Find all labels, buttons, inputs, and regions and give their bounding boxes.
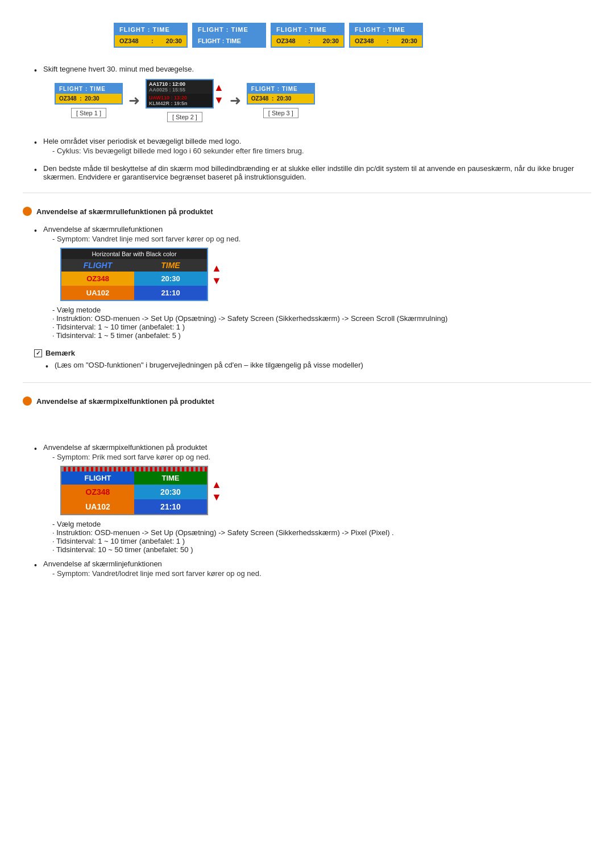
- s1-up-arrow-icon: ▲: [211, 263, 222, 273]
- step2-mid-row: UAW110 : 13:20 KLM42R : 19:5n: [147, 94, 213, 107]
- card-2-header: FLIGHT : TIME: [193, 24, 265, 35]
- s1-bullet-content: Anvendelse af skærmrullefunktionen - Sym…: [43, 225, 591, 340]
- pxt-row-2: UA102 21:10: [61, 499, 207, 514]
- s1-instruction3: · Tidsinterval: 1 ~ 5 timer (anbefalet: …: [52, 331, 591, 340]
- hbar-table: Horizontal Bar with Black color FLIGHT T…: [60, 248, 208, 301]
- s2-bullet2-content: Anvendelse af skærmlinjefunktionen - Sym…: [43, 560, 591, 578]
- flight-card-2: FLIGHT : TIME FLIGHT : TIME: [192, 23, 266, 48]
- step2-side-arrows: ▲ ▼: [214, 82, 224, 105]
- note-bullet: • (Læs om "OSD-funktionen" i brugervejle…: [45, 361, 591, 371]
- step3-card-body: OZ348 : 20:30: [248, 94, 314, 103]
- step-arrow-1: ➜: [128, 93, 140, 108]
- s2-method-label: - Vælg metode: [52, 520, 591, 528]
- section2-spacer: [23, 411, 591, 434]
- bullet3-text: Den bedste måde til beskyttelse af din s…: [43, 164, 574, 181]
- hbt-cell-2-1: UA102: [61, 286, 134, 300]
- flight-card-3: FLIGHT : TIME OZ348 : 20:30: [271, 23, 345, 48]
- card-1-body: OZ348 : 20:30: [115, 35, 186, 47]
- flight-card-1: FLIGHT : TIME OZ348 : 20:30: [114, 23, 188, 48]
- s2-instruction2: · Tidsinterval: 1 ~ 10 timer (anbefalet:…: [52, 537, 591, 545]
- divider-2: [23, 382, 591, 383]
- step1-card: FLIGHT : TIME OZ348 : 20:30: [55, 83, 123, 105]
- step-arrow-2: ➜: [230, 93, 241, 108]
- bullet-dot-2: •: [34, 138, 43, 147]
- note-heading-text: Bemærk: [45, 349, 75, 357]
- bullet2-item: • Hele området viser periodisk et bevæge…: [34, 137, 591, 155]
- note-section: ✓ Bemærk • (Læs om "OSD-funktionen" i br…: [34, 349, 591, 371]
- bullet2-section: • Hele området viser periodisk et bevæge…: [34, 137, 591, 155]
- s2-instruction1: · Instruktion: OSD-menuen -> Set Up (Ops…: [52, 528, 591, 537]
- card-3-body: OZ348 : 20:30: [272, 35, 343, 47]
- s1-bullet-sub: - Symptom: Vandret linje med sort farver…: [52, 235, 591, 243]
- pxt-cell-2-1: UA102: [61, 499, 134, 514]
- s1-method-label: - Vælg metode: [52, 306, 591, 314]
- section2-heading: Anvendelse af skærmpixelfunktionen på pr…: [23, 397, 591, 406]
- s2-bullet-dot: •: [34, 444, 43, 453]
- section2-content: • Anvendelse af skærmpixelfunktionen på …: [34, 443, 591, 578]
- step1-box: FLIGHT : TIME OZ348 : 20:30 [ Step 1 ]: [55, 83, 123, 118]
- hbt-cell-1-2: 20:30: [134, 272, 207, 286]
- step2-wrapper: AA1710 : 12:00 AA0025 : 15:55 UAW110 : 1…: [146, 79, 224, 108]
- hbt-header: Horizontal Bar with Black color: [61, 249, 207, 259]
- s2-bullet-content: Anvendelse af skærmpixelfunktionen på pr…: [43, 443, 591, 554]
- s1-instruction1: · Instruktion: OSD-menuen -> Set Up (Ops…: [52, 314, 591, 323]
- s1-down-arrow-icon: ▼: [211, 276, 222, 286]
- bullet-dot-3: •: [34, 165, 43, 174]
- hbt-cell-2-2: 21:10: [134, 286, 207, 300]
- step2-card: AA1710 : 12:00 AA0025 : 15:55 UAW110 : 1…: [146, 79, 214, 108]
- s2-down-arrow-icon: ▼: [211, 492, 222, 502]
- bullet1-content: Skift tegnene hvert 30. minut med bevæge…: [43, 65, 591, 128]
- hbt-col1-header: FLIGHT: [61, 259, 134, 272]
- checkbox-icon: ✓: [34, 349, 42, 357]
- step2-box: AA1710 : 12:00 AA0025 : 15:55 UAW110 : 1…: [146, 79, 224, 122]
- note-text: (Læs om "OSD-funktionen" i brugervejledn…: [55, 361, 363, 369]
- step1-label: [ Step 1 ]: [71, 108, 106, 118]
- card-4-header: FLIGHT : TIME: [350, 24, 422, 35]
- pixel-table-wrapper: FLIGHT TIME OZ348 20:30 UA102 21:10 ▲ ▼: [43, 461, 591, 520]
- pxt-col1-header: FLIGHT: [61, 471, 134, 485]
- section1-bullet1: • Anvendelse af skærmrullefunktionen - S…: [34, 225, 591, 340]
- s2-bullet2-dot: •: [34, 561, 43, 570]
- card-1-header: FLIGHT : TIME: [115, 24, 186, 35]
- step3-card-header: FLIGHT : TIME: [248, 84, 314, 94]
- bullet3-content: Den bedste måde til beskyttelse af din s…: [43, 164, 591, 181]
- s2-bullet-sub: - Symptom: Prik med sort farve kører op …: [52, 453, 591, 461]
- section2-heading-text: Anvendelse af skærmpixelfunktionen på pr…: [36, 397, 214, 406]
- step3-box: FLIGHT : TIME OZ348 : 20:30 [ Step 3 ]: [247, 83, 315, 118]
- card-2-body: FLIGHT : TIME: [193, 35, 265, 47]
- s2-instruction3: · Tidsinterval: 10 ~ 50 timer (anbefalet…: [52, 545, 591, 554]
- step1-card-header: FLIGHT : TIME: [56, 84, 122, 94]
- step-diagram: FLIGHT : TIME OZ348 : 20:30 [ Step 1 ] ➜…: [55, 79, 591, 122]
- section2-bullet1: • Anvendelse af skærmpixelfunktionen på …: [34, 443, 591, 554]
- bullet1-section: • Skift tegnene hvert 30. minut med bevæ…: [34, 65, 591, 128]
- step3-card: FLIGHT : TIME OZ348 : 20:30: [247, 83, 315, 105]
- step1-card-body: OZ348 : 20:30: [56, 94, 122, 103]
- pxt-cell-1-2: 20:30: [134, 485, 207, 499]
- up-arrow-icon: ▲: [214, 82, 224, 93]
- bullet2-sub: - Cyklus: Vis bevægeligt billede med log…: [52, 147, 591, 155]
- step3-label: [ Step 3 ]: [263, 108, 298, 118]
- pixel-table: FLIGHT TIME OZ348 20:30 UA102 21:10: [60, 466, 208, 515]
- pxt-cell-1-1: OZ348: [61, 485, 134, 499]
- note-header: ✓ Bemærk: [34, 349, 591, 357]
- note-bullet-dot: •: [45, 362, 55, 371]
- orange-circle-2: [23, 397, 32, 406]
- step2-label: [ Step 2 ]: [167, 112, 202, 122]
- pxt-col-headers: FLIGHT TIME: [61, 471, 207, 485]
- flight-card-4: FLIGHT : TIME OZ348 : 20:30: [349, 23, 423, 48]
- s1-instruction2: · Tidsinterval: 1 ~ 10 timer (anbefalet:…: [52, 323, 591, 331]
- pxt-row-1: OZ348 20:30: [61, 485, 207, 499]
- section2-bullet2: • Anvendelse af skærmlinjefunktionen - S…: [34, 560, 591, 578]
- bullet1-text: Skift tegnene hvert 30. minut med bevæge…: [43, 65, 194, 73]
- hbt-cell-1-1: OZ348: [61, 272, 134, 286]
- top-cards-section: FLIGHT : TIME OZ348 : 20:30 FLIGHT : TIM…: [114, 23, 591, 48]
- bullet2-text: Hele området viser periodisk et bevægeli…: [43, 137, 241, 145]
- bullet2-content: Hele området viser periodisk et bevægeli…: [43, 137, 591, 155]
- hbt-row-1: OZ348 20:30: [61, 272, 207, 286]
- hbt-col-headers: FLIGHT TIME: [61, 259, 207, 272]
- section1-heading: Anvendelse af skærmrullefunktionen på pr…: [23, 207, 591, 216]
- card-4-body: OZ348 : 20:30: [350, 35, 422, 47]
- s2-bullet2-sub: - Symptom: Vandret/lodret linje med sort…: [52, 569, 591, 578]
- s2-up-arrow-icon: ▲: [211, 479, 222, 490]
- pxt-cell-2-2: 21:10: [134, 499, 207, 514]
